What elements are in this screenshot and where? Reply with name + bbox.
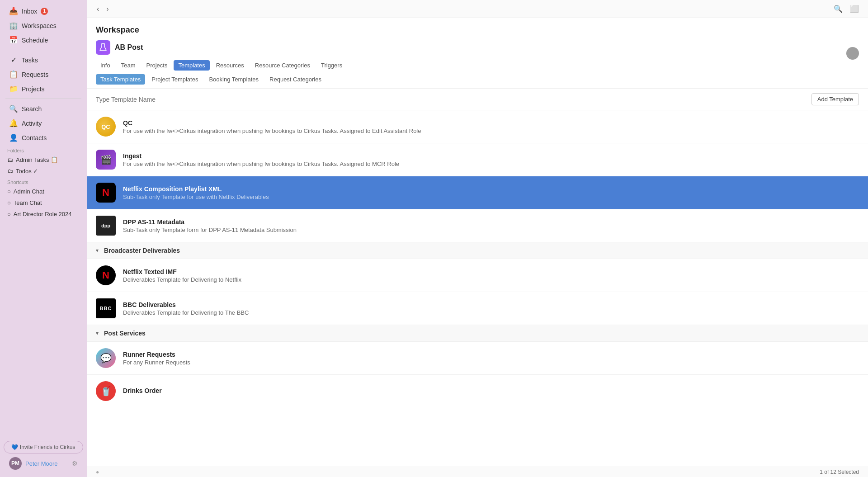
tab-projects[interactable]: Projects <box>142 60 172 71</box>
workspaces-icon: 🏢 <box>9 21 18 30</box>
sidebar-shortcut-team-chat[interactable]: ○ Team Chat <box>0 197 87 208</box>
template-item-bbc[interactable]: BBC BBC Deliverables Deliverables Templa… <box>87 292 868 325</box>
section-label-broadcaster: Broadcaster Deliverables <box>104 247 180 254</box>
schedule-icon: 📅 <box>9 36 18 44</box>
subtab-request-categories[interactable]: Request Categories <box>265 74 326 85</box>
tab-team[interactable]: Team <box>117 60 140 71</box>
user-name[interactable]: Peter Moore <box>25 460 58 467</box>
template-avatar-bbc: BBC <box>96 298 116 318</box>
tasks-icon: ✓ <box>9 56 18 64</box>
add-template-button[interactable]: Add Template <box>811 93 859 105</box>
template-item-netflix-texted[interactable]: N Netflix Texted IMF Deliverables Templa… <box>87 259 868 292</box>
template-avatar-dpp: dpp <box>96 216 116 236</box>
template-info-drinks: Drinks Order <box>123 387 859 395</box>
sidebar-shortcut-admin-chat[interactable]: ○ Admin Chat <box>0 186 87 197</box>
template-avatar-ingest: 🎬 <box>96 150 116 170</box>
template-desc-runner: For any Runner Requests <box>123 359 859 366</box>
sidebar-item-schedule[interactable]: 📅 Schedule <box>2 33 85 47</box>
shortcut-label: Art Director Role 2024 <box>14 211 72 217</box>
shortcut-label: Team Chat <box>14 199 42 206</box>
tab-templates[interactable]: Templates <box>174 60 209 71</box>
tab-info[interactable]: Info <box>96 60 115 71</box>
template-item-runner[interactable]: 💬 Runner Requests For any Runner Request… <box>87 342 868 375</box>
template-info-qc: QC For use with the fw<>Cirkus integrati… <box>123 119 859 134</box>
template-desc-qc: For use with the fw<>Cirkus integration … <box>123 128 859 134</box>
search-input[interactable] <box>96 96 806 103</box>
search-icon: 🔍 <box>9 104 18 113</box>
template-info-ingest: Ingest For use with the fw<>Cirkus integ… <box>123 152 859 167</box>
template-item-ingest[interactable]: 🎬 Ingest For use with the fw<>Cirkus int… <box>87 143 868 176</box>
sidebar-item-workspaces[interactable]: 🏢 Workspaces <box>2 19 85 33</box>
topbar-nav: ‹ › <box>94 4 112 14</box>
workspace-title: Workspace <box>96 25 859 35</box>
sidebar: 📥 Inbox 1 🏢 Workspaces 📅 Schedule ✓ Task… <box>0 0 87 477</box>
template-name-dpp: DPP AS-11 Metadata <box>123 218 859 226</box>
sidebar-item-contacts[interactable]: 👤 Contacts <box>2 131 85 145</box>
section-broadcaster-deliverables[interactable]: ▾ Broadcaster Deliverables <box>87 242 868 259</box>
template-name-qc: QC <box>123 119 859 127</box>
sidebar-item-label: Requests <box>22 71 48 78</box>
template-info-netflix-texted: Netflix Texted IMF Deliverables Template… <box>123 268 859 283</box>
tab-resource-categories[interactable]: Resource Categories <box>250 60 315 71</box>
content-area: QC QC For use with the fw<>Cirkus integr… <box>87 110 868 467</box>
search-button[interactable]: 🔍 <box>832 3 844 15</box>
template-info-runner: Runner Requests For any Runner Requests <box>123 351 859 366</box>
template-desc-bbc: Deliverables Template for Delivering to … <box>123 309 859 316</box>
status-text: 1 of 12 Selected <box>820 469 859 475</box>
nav-tabs: Info Team Projects Templates Resources R… <box>96 60 859 71</box>
template-name-netflix-texted: Netflix Texted IMF <box>123 268 859 275</box>
settings-icon[interactable]: ⚙ <box>72 460 78 467</box>
sub-tabs: Task Templates Project Templates Booking… <box>96 74 859 85</box>
activity-icon: 🔔 <box>9 119 18 128</box>
template-name-bbc: BBC Deliverables <box>123 301 859 308</box>
template-avatar-netflix: N <box>96 183 116 203</box>
sidebar-item-projects[interactable]: 📁 Projects <box>2 82 85 96</box>
workspace-header: Workspace AB Post Info Team Projects Tem… <box>87 18 868 89</box>
invite-button[interactable]: 💙 Invite Friends to Cirkus <box>4 441 83 453</box>
subtab-project-templates[interactable]: Project Templates <box>147 74 203 85</box>
folders-label: Folders <box>0 145 87 154</box>
template-item-dpp[interactable]: dpp DPP AS-11 Metadata Sub-Task only Tem… <box>87 209 868 242</box>
forward-button[interactable]: › <box>104 4 111 14</box>
shortcut-label: Admin Chat <box>14 188 44 195</box>
subtab-task-templates[interactable]: Task Templates <box>96 74 145 85</box>
back-button[interactable]: ‹ <box>94 4 102 14</box>
subtab-booking-templates[interactable]: Booking Templates <box>204 74 263 85</box>
svg-rect-0 <box>101 43 105 44</box>
template-name-drinks: Drinks Order <box>123 387 859 394</box>
shortcut-icon: ○ <box>7 211 11 217</box>
template-name-netflix: Netflix Composition Playlist XML <box>123 185 859 193</box>
sidebar-item-requests[interactable]: 📋 Requests <box>2 67 85 81</box>
sidebar-item-label: Projects <box>22 85 45 93</box>
avatar: PM <box>9 457 22 470</box>
chevron-down-icon-2: ▾ <box>96 330 99 336</box>
sidebar-item-label: Schedule <box>22 37 48 44</box>
workspace-sub: AB Post <box>96 40 859 55</box>
sidebar-item-label: Inbox <box>22 8 37 15</box>
shortcut-icon: ○ <box>7 188 11 195</box>
template-item-netflix-composition[interactable]: N Netflix Composition Playlist XML Sub-T… <box>87 176 868 209</box>
template-info-bbc: BBC Deliverables Deliverables Template f… <box>123 301 859 316</box>
sidebar-folder-todos[interactable]: 🗂 Todos ✓ <box>0 165 87 177</box>
inbox-icon: 📥 <box>9 7 18 15</box>
tab-resources[interactable]: Resources <box>212 60 249 71</box>
sidebar-item-label: Workspaces <box>22 22 57 29</box>
user-row: PM Peter Moore ⚙ <box>4 453 83 470</box>
template-item-drinks[interactable]: 🥤 Drinks Order <box>87 375 868 407</box>
workspace-name: AB Post <box>115 43 143 52</box>
sidebar-item-inbox[interactable]: 📥 Inbox 1 <box>2 4 85 18</box>
sidebar-shortcut-art-director[interactable]: ○ Art Director Role 2024 <box>0 208 87 220</box>
sidebar-item-tasks[interactable]: ✓ Tasks <box>2 53 85 67</box>
sidebar-item-search[interactable]: 🔍 Search <box>2 102 85 116</box>
layout-button[interactable]: ⬜ <box>848 3 861 15</box>
status-bar: ● 1 of 12 Selected <box>87 467 868 477</box>
sidebar-item-activity[interactable]: 🔔 Activity <box>2 116 85 130</box>
sidebar-folder-admin-tasks[interactable]: 🗂 Admin Tasks 📋 <box>0 154 87 165</box>
sidebar-item-label: Tasks <box>22 57 38 64</box>
sidebar-nav: 📥 Inbox 1 🏢 Workspaces 📅 Schedule ✓ Task… <box>0 0 87 223</box>
folder-label: Todos ✓ <box>16 168 38 175</box>
topbar: ‹ › 🔍 ⬜ <box>87 0 868 18</box>
template-item-qc[interactable]: QC QC For use with the fw<>Cirkus integr… <box>87 110 868 143</box>
tab-triggers[interactable]: Triggers <box>316 60 347 71</box>
section-post-services[interactable]: ▾ Post Services <box>87 325 868 342</box>
